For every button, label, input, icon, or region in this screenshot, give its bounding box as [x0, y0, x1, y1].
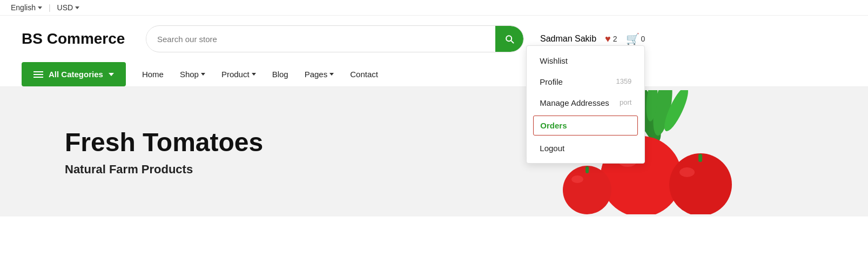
cart-count: 0	[641, 35, 645, 43]
nav-item-pages[interactable]: Pages	[305, 70, 334, 79]
user-dropdown: Wishlist Profile 1359 Manage Addresses p…	[526, 45, 645, 164]
dropdown-item-manage-addresses[interactable]: Manage Addresses port	[527, 92, 644, 113]
search-input[interactable]	[146, 28, 495, 50]
currency-selector[interactable]: USD	[57, 3, 80, 12]
separator: |	[49, 3, 51, 12]
hero-text: Fresh Tomatoes Natural Farm Products	[65, 127, 263, 177]
heart-icon: ♥	[605, 33, 611, 45]
search-icon	[504, 33, 515, 44]
nav-link-blog[interactable]: Blog	[272, 70, 288, 79]
search-bar	[146, 25, 524, 52]
dropdown-item-orders[interactable]: Orders	[533, 116, 638, 136]
top-bar: English | USD	[0, 0, 868, 16]
categories-chevron-icon	[109, 73, 114, 76]
language-chevron-icon	[38, 6, 42, 9]
dropdown-item-wishlist[interactable]: Wishlist	[527, 50, 644, 71]
svg-point-9	[669, 153, 732, 214]
user-name[interactable]: Sadman Sakib	[540, 34, 596, 44]
nav-item-shop[interactable]: Shop	[180, 70, 205, 79]
nav-item-blog[interactable]: Blog	[272, 70, 288, 79]
currency-chevron-icon	[75, 6, 79, 9]
header: BS Commerce Sadman Sakib ♥ 2 🛒 0 Wishlis…	[0, 16, 868, 62]
header-right: Sadman Sakib ♥ 2 🛒 0 Wishlist Profile 13…	[540, 32, 645, 45]
hero-section: Fresh Tomatoes Natural Farm Products	[0, 87, 868, 216]
nav-link-pages[interactable]: Pages	[305, 70, 334, 79]
dropdown-item-logout[interactable]: Logout	[527, 138, 644, 159]
nav-item-product[interactable]: Product	[221, 70, 256, 79]
dropdown-item-profile[interactable]: Profile 1359	[527, 71, 644, 92]
product-chevron-icon	[252, 73, 256, 76]
nav-link-product[interactable]: Product	[221, 70, 256, 79]
nav-item-contact[interactable]: Contact	[350, 70, 378, 79]
navbar: All Categories Home Shop Product Blog Pa…	[0, 62, 868, 87]
hero-subheading: Natural Farm Products	[65, 162, 263, 177]
all-categories-button[interactable]: All Categories	[22, 62, 126, 86]
svg-rect-14	[586, 166, 589, 173]
site-logo[interactable]: BS Commerce	[22, 30, 130, 48]
language-label: English	[11, 3, 36, 12]
nav-item-home[interactable]: Home	[142, 70, 164, 79]
search-button[interactable]	[495, 26, 523, 52]
shop-chevron-icon	[201, 73, 205, 76]
nav-link-contact[interactable]: Contact	[350, 70, 378, 79]
all-categories-label: All Categories	[49, 70, 103, 79]
svg-point-13	[571, 175, 583, 183]
svg-rect-11	[698, 154, 702, 162]
nav-links: Home Shop Product Blog Pages Contact	[142, 70, 378, 79]
hero-heading: Fresh Tomatoes	[65, 127, 263, 157]
language-selector[interactable]: English	[11, 3, 42, 12]
cart-icon-wrap[interactable]: 🛒 0	[626, 32, 645, 45]
svg-point-10	[679, 167, 695, 177]
pages-chevron-icon	[329, 73, 334, 76]
cart-icon: 🛒	[626, 32, 640, 45]
hamburger-icon	[33, 71, 43, 78]
nav-link-home[interactable]: Home	[142, 70, 164, 79]
currency-label: USD	[57, 3, 73, 12]
wishlist-count: 2	[613, 35, 617, 43]
wishlist-badge[interactable]: ♥ 2	[605, 33, 617, 45]
nav-link-shop[interactable]: Shop	[180, 70, 205, 79]
